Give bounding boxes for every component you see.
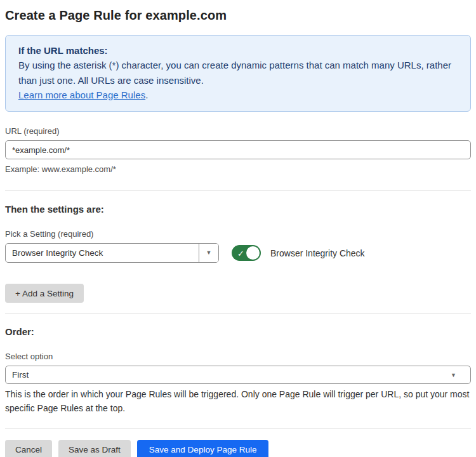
cancel-button[interactable]: Cancel	[5, 440, 52, 457]
setting-picker-dropdown[interactable]: Browser Integrity Check ▼	[5, 243, 219, 263]
page-rule-form: Create a Page Rule for example.com If th…	[0, 8, 476, 457]
divider	[5, 190, 471, 191]
link-suffix: .	[145, 89, 148, 100]
chevron-down-icon: ▼	[206, 250, 212, 256]
setting-row: Browser Integrity Check ▼ ✓ Browser Inte…	[5, 243, 471, 263]
footer-actions: Cancel Save as Draft Save and Deploy Pag…	[5, 440, 471, 457]
url-input[interactable]	[5, 140, 471, 159]
info-box-body: By using the asterisk (*) character, you…	[18, 58, 458, 88]
setting-toggle[interactable]: ✓	[232, 245, 261, 261]
info-box-link-line: Learn more about Page Rules.	[18, 88, 458, 102]
order-select-value: First	[12, 370, 29, 380]
page-title: Create a Page Rule for example.com	[5, 8, 471, 23]
order-help-text: This is the order in which your Page Rul…	[5, 388, 471, 415]
check-icon: ✓	[237, 249, 244, 257]
add-setting-button[interactable]: + Add a Setting	[5, 284, 84, 303]
info-box-heading: If the URL matches:	[18, 43, 458, 58]
settings-section-heading: Then the settings are:	[5, 204, 471, 215]
url-match-info-box: If the URL matches: By using the asteris…	[5, 35, 471, 112]
divider	[5, 313, 471, 314]
save-and-deploy-button[interactable]: Save and Deploy Page Rule	[137, 440, 269, 457]
chevron-down-icon: ▼	[451, 372, 456, 378]
setting-picker-label: Pick a Setting (required)	[5, 229, 471, 239]
save-as-draft-button[interactable]: Save as Draft	[58, 440, 131, 457]
url-field-label: URL (required)	[5, 126, 471, 136]
setting-picker-value: Browser Integrity Check	[6, 244, 199, 262]
order-section-heading: Order:	[5, 326, 471, 337]
setting-picker-arrow-button[interactable]: ▼	[199, 244, 218, 262]
learn-more-link[interactable]: Learn more about Page Rules	[18, 89, 145, 100]
order-select[interactable]: First ▼	[5, 366, 471, 384]
order-select-label: Select option	[5, 352, 471, 361]
setting-toggle-label: Browser Integrity Check	[270, 248, 365, 258]
toggle-knob	[246, 246, 260, 260]
divider	[5, 428, 471, 429]
url-example-text: Example: www.example.com/*	[5, 164, 471, 174]
